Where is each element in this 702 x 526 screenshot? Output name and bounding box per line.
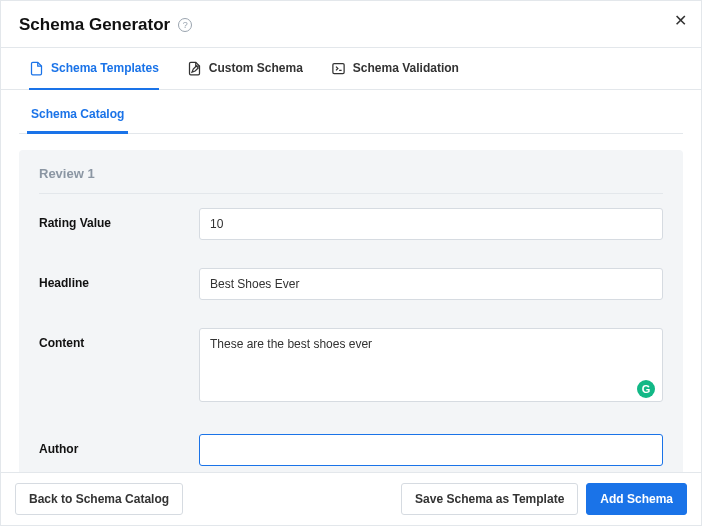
tab-schema-templates[interactable]: Schema Templates bbox=[29, 49, 159, 90]
footer-bar: Back to Schema Catalog Save Schema as Te… bbox=[1, 472, 701, 525]
rating-input[interactable] bbox=[199, 208, 663, 240]
tab-label: Schema Templates bbox=[51, 61, 159, 75]
file-icon bbox=[29, 61, 44, 76]
subtab-schema-catalog[interactable]: Schema Catalog bbox=[27, 107, 128, 134]
tab-custom-schema[interactable]: Custom Schema bbox=[187, 49, 303, 90]
row-rating: Rating Value bbox=[39, 194, 663, 254]
panel-title: Review 1 bbox=[39, 150, 663, 194]
headline-label: Headline bbox=[39, 268, 199, 290]
headline-input[interactable] bbox=[199, 268, 663, 300]
file-edit-icon bbox=[187, 61, 202, 76]
primary-tabs: Schema Templates Custom Schema Schema Va… bbox=[1, 48, 701, 90]
tab-label: Schema Validation bbox=[353, 61, 459, 75]
row-content: Content G bbox=[39, 314, 663, 420]
content-area: Schema Catalog Review 1 Rating Value Hea… bbox=[1, 90, 701, 490]
sub-tabs: Schema Catalog bbox=[19, 90, 683, 134]
rating-label: Rating Value bbox=[39, 208, 199, 230]
close-button[interactable]: ✕ bbox=[670, 7, 691, 34]
terminal-icon bbox=[331, 61, 346, 76]
page-title: Schema Generator bbox=[19, 15, 170, 35]
content-textarea[interactable] bbox=[199, 328, 663, 402]
review-panel: Review 1 Rating Value Headline Content G… bbox=[19, 150, 683, 490]
row-headline: Headline bbox=[39, 254, 663, 314]
save-template-button[interactable]: Save Schema as Template bbox=[401, 483, 578, 515]
author-label: Author bbox=[39, 434, 199, 456]
tab-schema-validation[interactable]: Schema Validation bbox=[331, 49, 459, 90]
author-input[interactable] bbox=[199, 434, 663, 466]
help-icon[interactable]: ? bbox=[178, 18, 192, 32]
back-button[interactable]: Back to Schema Catalog bbox=[15, 483, 183, 515]
dialog-header: Schema Generator ? bbox=[1, 1, 701, 48]
content-label: Content bbox=[39, 328, 199, 350]
grammarly-icon[interactable]: G bbox=[637, 380, 655, 398]
row-author: Author bbox=[39, 420, 663, 480]
add-schema-button[interactable]: Add Schema bbox=[586, 483, 687, 515]
tab-label: Custom Schema bbox=[209, 61, 303, 75]
